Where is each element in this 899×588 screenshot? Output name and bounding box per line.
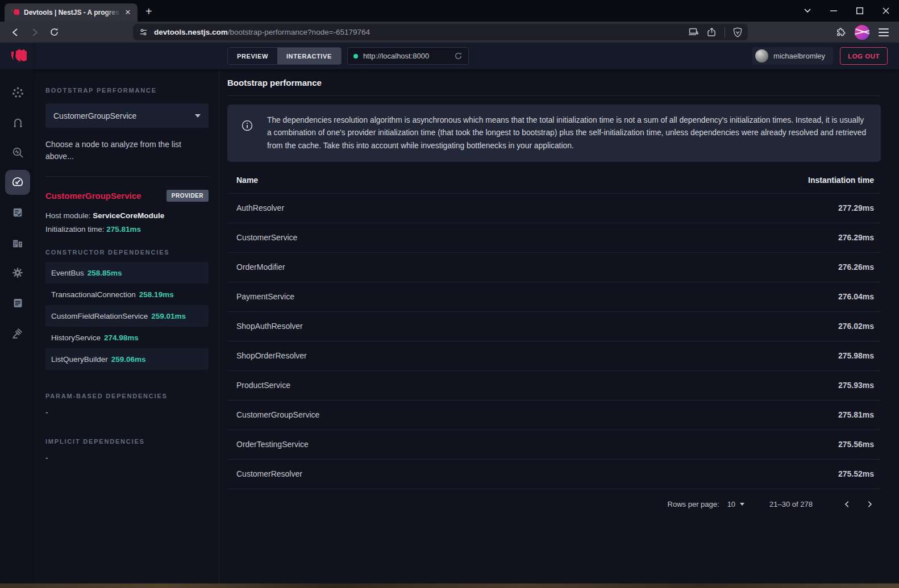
dependency-item[interactable]: ListQueryBuilder259.06ms [45,348,209,370]
gavel-icon[interactable] [5,320,30,345]
node-details-panel: BOOTSTRAP PERFORMANCE CustomerGroupServi… [35,69,219,583]
cell-instantiation-time: 275.98ms [585,341,881,370]
dependency-item[interactable]: CustomFieldRelationService259.01ms [45,305,209,327]
table-row: CustomerService276.29ms [227,223,881,252]
dependency-time: 258.19ms [139,290,174,299]
previous-page-icon[interactable] [835,499,858,509]
tab-close-icon[interactable]: ✕ [123,7,133,18]
tab-title-fade [105,3,120,22]
minimize-icon[interactable] [821,0,847,22]
table-row: CustomerResolver275.52ms [227,459,881,489]
back-icon[interactable] [8,25,23,40]
gear-icon[interactable] [5,260,30,285]
cell-name: AuthResolver [227,193,585,223]
param-deps-empty: - [45,408,209,417]
table-row: ShopOrderResolver275.98ms [227,341,881,370]
pagination-range: 21–30 of 278 [769,500,813,508]
tab-search-icon[interactable] [794,0,821,22]
send-to-device-icon[interactable] [688,28,699,36]
dependency-time: 258.85ms [88,269,122,277]
browser-titlebar: Devtools | NestJS - A progressive ✕ + [0,0,899,22]
host-module-row: Host module: ServiceCoreModule [45,211,209,220]
param-deps-title: PARAM-BASED DEPENDENCIES [45,393,209,399]
cell-name: PaymentService [227,282,585,311]
address-bar[interactable]: devtools.nestjs.com/bootstrap-performanc… [133,24,748,40]
share-icon[interactable] [707,27,717,37]
forward-icon[interactable] [27,25,42,40]
brave-shield-icon[interactable] [733,27,742,37]
checklist-icon[interactable] [5,200,30,225]
inspector-icon[interactable] [5,140,30,165]
info-icon [241,119,253,134]
dependency-name: EventBus [51,269,84,277]
extensions-icon[interactable] [835,27,846,37]
dependency-time: 259.06ms [111,355,146,364]
icon-rail [0,43,35,583]
dependency-item[interactable]: TransactionalConnection258.19ms [45,283,209,305]
target-url-field[interactable] [347,47,469,65]
new-tab-button[interactable]: + [145,5,152,18]
table-row: CustomerGroupService275.81ms [227,400,881,429]
panel-divider [45,176,209,177]
performance-table: Name Instantiation time AuthResolver277.… [227,167,881,489]
table-row: ShopAuthResolver276.02ms [227,311,881,341]
selected-node-name: CustomerGroupService [45,191,141,201]
reload-icon[interactable] [47,25,61,40]
nest-devtools-app: PREVIEW INTERACTIVE michaelbromley LOG O… [0,43,899,583]
performance-gauge-icon[interactable] [5,170,30,195]
column-header-name: Name [227,167,585,193]
cell-name: OrderModifier [227,252,585,282]
node-select[interactable]: CustomerGroupService [45,103,209,128]
cell-instantiation-time: 276.04ms [585,282,881,311]
modules-icon[interactable] [5,230,30,255]
dependency-item[interactable]: HistoryService274.98ms [45,327,209,348]
target-url-input[interactable] [363,52,443,60]
browser-tab[interactable]: Devtools | NestJS - A progressive ✕ [5,3,138,22]
cell-instantiation-time: 275.52ms [585,459,881,489]
dependency-item[interactable]: EventBus258.85ms [45,262,209,283]
table-row: OrderTestingService275.56ms [227,429,881,459]
implicit-deps-title: IMPLICIT DEPENDENCIES [45,438,209,445]
next-page-icon[interactable] [858,499,881,509]
table-row: OrderModifier276.26ms [227,252,881,282]
info-text: The dependencies resolution algorithm is… [267,114,867,152]
rows-per-page-select[interactable]: 10 [727,500,744,508]
cell-name: CustomerGroupService [227,400,585,429]
chevron-down-icon [195,114,201,118]
cell-name: ProductService [227,370,585,400]
username: michaelbromley [773,52,825,60]
cell-instantiation-time: 276.26ms [585,252,881,282]
constructor-deps-title: CONSTRUCTOR DEPENDENCIES [45,249,209,256]
profile-avatar[interactable] [855,25,869,40]
maximize-icon[interactable] [847,0,873,22]
cell-instantiation-time: 276.02ms [585,311,881,341]
cell-name: CustomerService [227,223,585,252]
table-row: ProductService275.93ms [227,370,881,400]
interactive-tab[interactable]: INTERACTIVE [277,48,341,64]
site-settings-icon[interactable] [139,27,148,37]
cell-name: ShopAuthResolver [227,311,585,341]
info-callout: The dependencies resolution algorithm is… [227,105,881,162]
logs-icon[interactable] [5,290,30,315]
nestjs-logo[interactable] [0,43,35,69]
preview-tab[interactable]: PREVIEW [228,48,277,64]
dependency-time: 274.98ms [104,333,139,342]
user-chip[interactable]: michaelbromley [752,47,833,65]
cell-instantiation-time: 276.29ms [585,223,881,252]
host-module-value: ServiceCoreModule [93,211,164,220]
mode-toggle: PREVIEW INTERACTIVE [227,47,342,65]
graph-icon[interactable] [5,80,30,105]
app-header: PREVIEW INTERACTIVE michaelbromley LOG O… [35,43,899,69]
menu-icon[interactable] [879,28,889,36]
routes-icon[interactable] [5,110,30,135]
pagination: Rows per page: 10 21–30 of 278 [227,489,881,519]
browser-toolbar: devtools.nestjs.com/bootstrap-performanc… [0,22,899,43]
constructor-deps-list: EventBus258.85msTransactionalConnection2… [45,262,209,370]
dependency-name: ListQueryBuilder [51,355,108,364]
cell-name: ShopOrderResolver [227,341,585,370]
close-icon[interactable] [873,0,899,22]
connection-status-dot [353,54,358,59]
refresh-icon[interactable] [454,52,463,60]
column-header-time: Instantiation time [585,167,881,193]
logout-button[interactable]: LOG OUT [840,47,888,65]
